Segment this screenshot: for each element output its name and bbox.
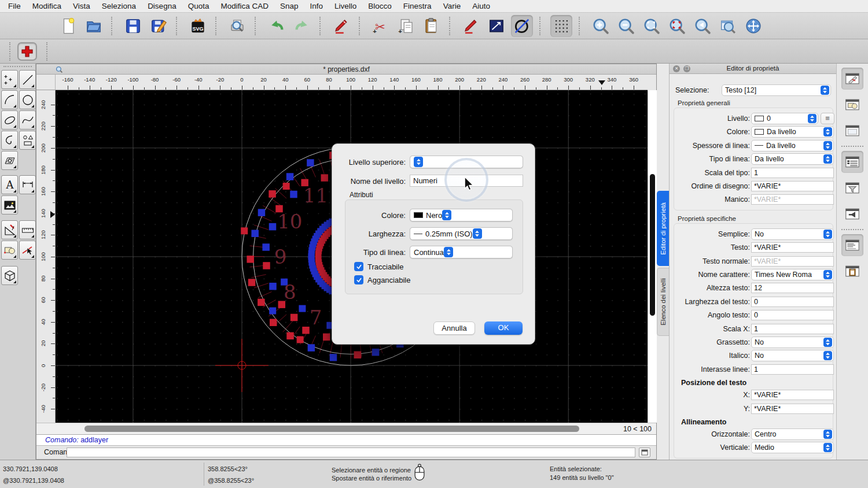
menu-quota[interactable]: Quota [182, 0, 215, 13]
dock-filter-button[interactable] [841, 177, 863, 199]
zoom-select-button[interactable] [666, 15, 688, 37]
block-tool-button[interactable] [1, 241, 18, 260]
dock-clipboard-button[interactable] [841, 260, 863, 282]
zoom-in-button[interactable] [590, 15, 612, 37]
save-button[interactable] [122, 15, 144, 37]
measure-tool-button[interactable] [19, 220, 36, 239]
width-combo[interactable]: 0.25mm (ISO) [410, 227, 513, 240]
drawing-window-titlebar[interactable]: * properties.dxf [36, 64, 656, 75]
field-x[interactable]: *VARIE* [751, 390, 834, 400]
combo-livello[interactable]: 0 [751, 113, 818, 124]
dock-property-list-button[interactable] [841, 151, 863, 173]
combo-grassetto[interactable]: No [751, 337, 834, 348]
linetype-combo[interactable]: Continua [410, 246, 513, 258]
dock-blank-window-button[interactable] [841, 120, 863, 142]
menu-info[interactable]: Info [304, 0, 329, 13]
field-testo[interactable]: *VARIE* [751, 242, 834, 253]
combo-semplice[interactable]: No [751, 228, 834, 240]
horizontal-scrollbar[interactable]: 10 < 100 [36, 423, 656, 434]
combo-spessore-di-linea[interactable]: Da livello [751, 140, 834, 151]
dimension-tool-button[interactable] [19, 175, 36, 194]
field-interasse-linee[interactable]: 1 [751, 364, 834, 375]
combo-italico[interactable]: No [751, 350, 834, 361]
construction-checkbox[interactable]: Tracciabile [354, 262, 403, 271]
modify-tool-button[interactable] [1, 220, 18, 239]
solid-tool-button[interactable] [1, 266, 18, 285]
menu-vista[interactable]: Vista [67, 0, 96, 13]
menu-varie[interactable]: Varie [437, 0, 467, 13]
zoom-window-button[interactable] [717, 15, 739, 37]
command-input[interactable] [67, 448, 635, 457]
polygon-tool-button[interactable] [19, 131, 36, 150]
vertical-scrollbar[interactable] [648, 90, 657, 423]
redo-button[interactable] [291, 15, 313, 37]
selection-combo[interactable]: Testo [12] [722, 84, 831, 96]
menu-finestra[interactable]: Finestra [398, 0, 437, 13]
open-folder-button[interactable] [83, 15, 105, 37]
zoom-pan-button[interactable] [742, 15, 764, 37]
dock-pen-box-button[interactable] [841, 68, 863, 90]
layer-menu-button[interactable]: ≡ [821, 113, 834, 124]
menu-snap[interactable]: Snap [274, 0, 304, 13]
menu-file[interactable]: File [2, 0, 27, 13]
text-tool-button[interactable]: A [1, 175, 18, 194]
points-tool-button[interactable] [1, 70, 18, 89]
combo-orizzontale[interactable]: Centro [751, 428, 834, 440]
menu-blocco[interactable]: Blocco [362, 0, 398, 13]
dock-console-button[interactable] [841, 234, 863, 256]
menu-livello[interactable]: Livello [329, 0, 362, 13]
field-altezza-testo[interactable]: 12 [751, 283, 834, 293]
menu-modifica-cad[interactable]: Modifica CAD [215, 0, 274, 13]
zoom-out-button[interactable] [615, 15, 637, 37]
tab-layer-list[interactable]: Elenco dei livelli [657, 268, 669, 336]
tab-property-editor[interactable]: Editor di proprietà [657, 191, 669, 266]
field-angolo-testo[interactable]: 0 [751, 310, 834, 320]
select-tool-button[interactable] [19, 241, 36, 260]
polyline-tool-button[interactable] [1, 131, 18, 150]
dock-announce-button[interactable] [841, 203, 863, 225]
paste-button[interactable] [421, 15, 443, 37]
menu-seleziona[interactable]: Seleziona [96, 0, 142, 13]
polyline-tool-button[interactable] [486, 15, 507, 37]
copy-button[interactable]: + [395, 15, 417, 37]
combo-colore[interactable]: Da livello [751, 126, 834, 138]
dock-shapes-button[interactable] [841, 94, 863, 116]
field-y[interactable]: *VARIE* [751, 404, 834, 414]
print-preview-button[interactable] [226, 15, 248, 37]
command-window-button[interactable] [639, 448, 650, 457]
ellipse-tool-button[interactable] [1, 110, 18, 130]
snappable-checkbox[interactable]: Agganciabile [354, 275, 410, 284]
undo-button[interactable] [266, 15, 288, 37]
add-entity-button[interactable] [17, 42, 37, 61]
svg-export-button[interactable]: SVG [187, 15, 209, 37]
zoom-auto-button[interactable] [641, 15, 663, 37]
draw-pencil-button[interactable] [460, 15, 482, 37]
hatch-tool-button[interactable] [1, 151, 18, 170]
vertical-scrollbar-thumb[interactable] [650, 174, 655, 316]
circle-tool-button[interactable] [19, 90, 36, 109]
spline-tool-button[interactable] [19, 110, 36, 130]
image-tool-button[interactable] [1, 195, 18, 215]
field-scala-del-tipo[interactable]: 1 [751, 168, 834, 178]
combo-nome-carattere[interactable]: Times New Roma [751, 269, 834, 280]
color-combo[interactable]: Nero [410, 209, 513, 221]
delete-entity-button[interactable] [330, 15, 352, 37]
field-scala-x[interactable]: 1 [751, 324, 834, 334]
zoom-previous-button[interactable] [692, 15, 713, 37]
ok-button[interactable]: OK [484, 321, 523, 335]
circle-slash-button[interactable] [511, 15, 533, 37]
save-as-button[interactable] [148, 15, 170, 37]
combo-verticale[interactable]: Medio [751, 442, 834, 453]
horizontal-scrollbar-thumb[interactable] [84, 426, 579, 432]
field-larghezza-del-testo[interactable]: 0 [751, 297, 834, 307]
grid-toggle-button[interactable] [550, 15, 572, 37]
menu-modifica[interactable]: Modifica [27, 0, 67, 13]
combo-tipo-di-linea[interactable]: Da livello [751, 153, 834, 165]
line-tool-button[interactable] [19, 70, 36, 89]
field-ordine-di-disegno[interactable]: *VARIE* [751, 181, 834, 191]
menu-disegna[interactable]: Disegna [142, 0, 182, 13]
cut-button[interactable]: ✂+ [370, 15, 392, 37]
menu-aiuto[interactable]: Aiuto [466, 0, 496, 13]
new-file-button[interactable] [57, 15, 79, 37]
cancel-button[interactable]: Annulla [433, 321, 475, 335]
